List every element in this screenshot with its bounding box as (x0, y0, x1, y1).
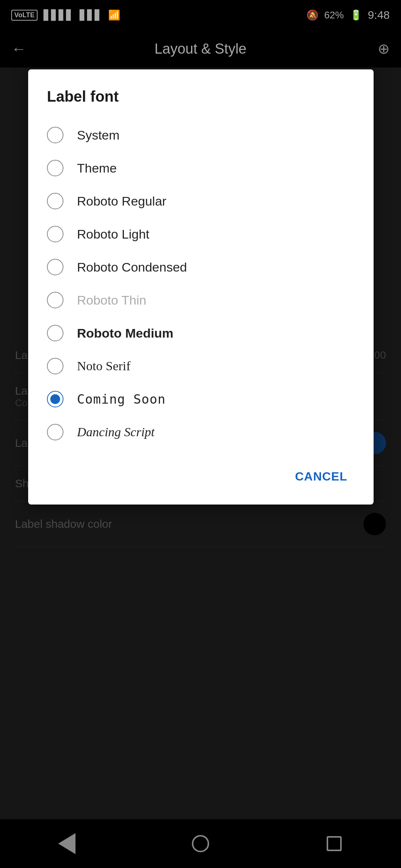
radio-coming-soon (47, 391, 63, 407)
font-label-roboto-medium: Roboto Medium (77, 326, 173, 341)
radio-system (47, 127, 63, 143)
font-label-roboto-regular: Roboto Regular (77, 194, 166, 209)
recent-nav-icon (327, 836, 342, 851)
top-bar: ← Layout & Style ⊕ (0, 30, 401, 68)
font-option-roboto-condensed[interactable]: Roboto Condensed (47, 251, 355, 284)
back-nav-icon (58, 833, 75, 854)
signal-icon-2: ▋▋▋ (80, 9, 102, 21)
status-bar-right: 🔕 62% 🔋 9:48 (306, 9, 390, 21)
bottom-nav (0, 819, 401, 868)
search-button[interactable]: ⊕ (378, 41, 390, 57)
font-option-theme[interactable]: Theme (47, 152, 355, 185)
battery-icon: 🔋 (350, 9, 362, 21)
font-option-dancing-script[interactable]: Dancing Script (47, 416, 355, 449)
radio-roboto-medium (47, 325, 63, 341)
nav-home-button[interactable] (185, 829, 216, 859)
font-label-coming-soon: Coming Soon (77, 392, 166, 407)
font-label-dancing-script: Dancing Script (77, 425, 155, 439)
font-option-roboto-thin[interactable]: Roboto Thin (47, 284, 355, 317)
time-display: 9:48 (368, 9, 390, 21)
cancel-button[interactable]: CANCEL (288, 464, 355, 490)
dialog-actions: CANCEL (47, 458, 355, 490)
font-option-roboto-medium[interactable]: Roboto Medium (47, 317, 355, 350)
nav-recent-button[interactable] (319, 829, 349, 859)
radio-theme (47, 160, 63, 176)
home-nav-icon (192, 835, 209, 852)
font-label-theme: Theme (77, 161, 117, 176)
radio-roboto-condensed (47, 259, 63, 275)
font-option-noto-serif[interactable]: Noto Serif (47, 350, 355, 383)
volte-badge: VoLTE (11, 10, 38, 21)
radio-dancing-script (47, 424, 63, 440)
battery-text: 62% (324, 9, 344, 21)
dialog-title: Label font (47, 88, 355, 105)
radio-noto-serif (47, 358, 63, 374)
page-title: Layout & Style (34, 41, 367, 57)
radio-roboto-regular (47, 193, 63, 209)
signal-icon-1: ▋▋▋▋ (44, 9, 74, 21)
status-bar: VoLTE ▋▋▋▋ ▋▋▋ 📶 🔕 62% 🔋 9:48 (0, 0, 401, 30)
font-label-noto-serif: Noto Serif (77, 359, 131, 373)
font-option-coming-soon[interactable]: Coming Soon (47, 383, 355, 416)
mute-icon: 🔕 (306, 9, 318, 21)
font-label-system: System (77, 128, 119, 143)
font-option-system[interactable]: System (47, 119, 355, 152)
font-option-roboto-light[interactable]: Roboto Light (47, 218, 355, 251)
radio-roboto-light (47, 226, 63, 242)
status-bar-left: VoLTE ▋▋▋▋ ▋▋▋ 📶 (11, 9, 120, 21)
font-option-roboto-regular[interactable]: Roboto Regular (47, 185, 355, 218)
font-label-roboto-light: Roboto Light (77, 227, 149, 242)
font-label-roboto-thin: Roboto Thin (77, 293, 146, 308)
font-label-roboto-condensed: Roboto Condensed (77, 260, 187, 275)
radio-roboto-thin (47, 292, 63, 308)
nav-back-button[interactable] (52, 829, 82, 859)
back-button[interactable]: ← (11, 41, 26, 57)
radio-inner-coming-soon (50, 394, 60, 404)
label-font-dialog: Label font System Theme Roboto Regular R… (28, 69, 374, 505)
wifi-icon: 📶 (108, 9, 120, 21)
